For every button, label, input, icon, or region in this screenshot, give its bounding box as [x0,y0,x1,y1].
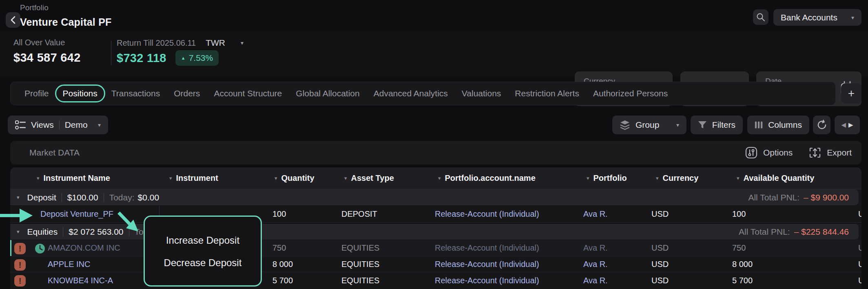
chevron-down-icon: ▾ [98,122,101,128]
group-label: Group [636,120,659,130]
clipped-column-text: U [858,272,861,289]
column-header-portfolio-account-name[interactable]: ▾Portfolio.account.name [438,167,536,189]
account-link[interactable]: Release-Account (Individual) [435,256,539,272]
chevron-down-icon: ▾ [676,122,679,128]
group-pnl: All Total PNL: – $9 900.00 [748,189,849,205]
group-amount: $2 072 563.00 [69,227,123,237]
table-row-knowbe4[interactable]: ! KNOWBE4 INC-A 5 700 EQUITIES Release-A… [10,272,861,289]
back-button[interactable] [6,12,20,28]
collapse-icon[interactable]: ▾ [17,229,20,235]
column-header-asset-type[interactable]: ▾Asset Type [344,167,394,189]
return-percent-badge: ▲ 7.53% [175,50,219,66]
today-label: Today: [109,193,135,202]
column-header-instrument[interactable]: ▾Instrument [169,167,218,189]
portfolio-link[interactable]: Ava R. [583,272,608,289]
views-selector[interactable]: Views Demo ▾ [8,116,108,134]
sort-icon: ▾ [275,175,277,181]
column-header-quantity[interactable]: ▾Quantity [275,167,314,189]
group-pnl: All Total PNL: – $225 844.46 [739,224,849,240]
portfolio-link[interactable]: Ava R. [583,256,608,272]
sort-icon: ▾ [169,175,172,181]
portfolio-link[interactable]: Ava R. [583,240,608,256]
tab-transactions[interactable]: Transactions [111,89,160,98]
views-icon [15,120,26,130]
today-value: $0.00 [138,193,159,202]
market-data-bar: Market DATA Options Export [10,141,861,165]
page-prev-icon[interactable]: ◀ [841,121,846,129]
group-button[interactable]: Group ▾ [612,116,686,134]
table-row-deposit-venture-pf[interactable]: Deposit Venture_PF 100 DEPOSIT Release-A… [10,206,861,223]
tab-advanced-analytics[interactable]: Advanced Analytics [374,89,448,98]
tab-bar: Profile Positions Transactions Orders Ac… [10,82,836,105]
chevron-down-icon: ▾ [851,14,854,21]
clipped-column-text: U [858,240,861,256]
quantity-cell: 100 [272,206,286,222]
tab-account-structure[interactable]: Account Structure [214,89,282,98]
instrument-name-link[interactable]: Deposit Venture_PF [40,206,113,222]
views-separator [59,120,60,129]
instrument-name-link[interactable]: APPLE INC [48,256,90,272]
menu-item-increase-deposit[interactable]: Increase Deposit [166,235,239,246]
menu-item-decrease-deposit[interactable]: Decrease Deposit [164,257,242,269]
tab-authorized-persons[interactable]: Authorized Persons [593,89,668,98]
account-link[interactable]: Release-Account (Individual) [435,206,539,222]
group-row-deposit[interactable]: ▾ Deposit $100.00 Today: $0.00 All Total… [10,189,859,206]
portfolio-link[interactable]: Ava R. [583,206,608,222]
columns-label: Columns [768,120,802,130]
column-header-instrument-name[interactable]: ▾Instrument Name [37,167,110,189]
views-label: Views [31,120,54,130]
filters-label: Filters [712,120,735,130]
warning-icon: ! [14,259,26,271]
filters-button[interactable]: Filters [691,116,743,134]
bank-accounts-label: Bank Accounts [781,13,837,22]
collapse-icon[interactable]: ▾ [17,194,20,200]
chevron-down-icon[interactable]: ▾ [241,40,244,46]
clock-icon [35,243,45,254]
add-tab-button[interactable]: + [841,83,861,104]
all-over-value-label: All Over Value [13,38,81,47]
filter-icon [698,120,707,129]
stats-bar: All Over Value $34 587 642 Return Till 2… [0,31,868,76]
options-button[interactable]: Options [745,147,793,159]
table-header-row: ▾Instrument Name ▾Instrument ▾Quantity ▾… [10,167,861,189]
table-row-apple[interactable]: ! APPLE INC 8 000 EQUITIES Release-Accou… [10,256,861,272]
group-row-equities[interactable]: ▾ Equities $2 072 563.00 Today: All Tota… [10,224,859,240]
app-window: Portfolio Venture Capital PF Bank Accoun… [0,0,868,289]
tab-valuations[interactable]: Valuations [462,89,501,98]
available-quantity-cell: 8 000 [732,256,753,272]
all-over-value-stat: All Over Value $34 587 642 [13,38,81,64]
account-link[interactable]: Release-Account (Individual) [435,240,539,256]
tab-global-allocation[interactable]: Global Allocation [296,89,359,98]
tab-profile[interactable]: Profile [24,89,49,98]
sort-icon: ▾ [37,175,40,181]
warning-icon: ! [14,275,26,287]
instrument-name-link[interactable]: AMAZON.COM INC [48,240,120,256]
asset-type-cell: EQUITIES [341,272,379,289]
page-title: Venture Capital PF [20,16,112,28]
tab-restriction-alerts[interactable]: Restriction Alerts [515,89,579,98]
bank-accounts-dropdown[interactable]: Bank Accounts ▾ [773,9,861,26]
currency-cell: USD [651,256,669,272]
tab-orders[interactable]: Orders [174,89,200,98]
tab-positions[interactable]: Positions [55,84,105,102]
columns-button[interactable]: Columns [747,116,809,134]
clipped-column-text: U [858,206,861,222]
refresh-button[interactable] [813,116,830,134]
page-next-icon[interactable]: ▶ [848,121,853,129]
pnl-value: – $225 844.46 [794,227,849,237]
pnl-value: – $9 900.00 [804,193,849,202]
column-pager[interactable]: ◀ ▶ [835,116,860,134]
return-value: $732 118 [117,51,166,65]
currency-cell: USD [651,240,669,256]
quantity-cell: 750 [272,240,286,256]
instrument-name-link[interactable]: KNOWBE4 INC-A [48,272,113,289]
return-mode: TWR [206,38,225,48]
column-header-currency[interactable]: ▾Currency [656,167,698,189]
search-button[interactable] [753,9,768,25]
export-button[interactable]: Export [809,147,852,159]
table-row-amazon[interactable]: ! AMAZON.COM INC 750 EQUITIES Release-Ac… [10,240,861,256]
account-link[interactable]: Release-Account (Individual) [435,272,539,289]
column-header-portfolio[interactable]: ▾Portfolio [587,167,627,189]
column-header-available-quantity[interactable]: ▾Available Quantity [737,167,814,189]
asset-type-cell: EQUITIES [341,256,379,272]
